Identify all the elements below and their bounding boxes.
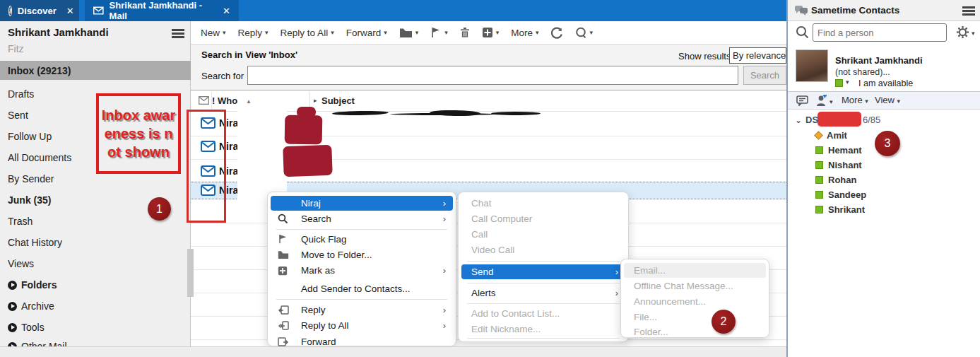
menu-item-move-to-folder[interactable]: Move to Folder...: [271, 247, 453, 262]
contact-row-amit[interactable]: Amit: [815, 130, 847, 141]
group-collapse-icon[interactable]: ⌄: [795, 115, 802, 125]
menu-item-offline-chat-message[interactable]: Offline Chat Message...: [624, 279, 766, 293]
delete-button[interactable]: [460, 27, 470, 38]
submenu-arrow-icon: ›: [443, 265, 446, 276]
menu-item-search[interactable]: Search ›: [271, 211, 453, 226]
menu-item-email[interactable]: Email...: [624, 263, 766, 278]
refresh-icon: [551, 27, 563, 39]
sidebar-item-sent[interactable]: Sent: [8, 110, 28, 121]
available-status-icon: [815, 191, 823, 199]
menu-item-alerts[interactable]: Alerts ›: [461, 286, 625, 300]
contact-row-sandeep[interactable]: Sandeep: [815, 189, 866, 200]
find-person-input[interactable]: [813, 23, 947, 42]
sidebar-item-all-documents[interactable]: All Documents: [8, 152, 71, 163]
profile-status[interactable]: I am available: [858, 78, 913, 88]
chevron-down-icon[interactable]: ▾: [972, 30, 975, 37]
gear-icon[interactable]: [956, 25, 969, 39]
chat-button[interactable]: ▾: [575, 27, 594, 39]
profile-visibility[interactable]: (not shared)...: [835, 67, 890, 77]
mail-toolbar: New▾ Reply▾ Reply to All▾ Forward▾ ▾ ▾ ▾…: [191, 21, 786, 44]
close-icon[interactable]: ✕: [66, 6, 74, 16]
refresh-button[interactable]: [551, 27, 563, 39]
contact-row-nishant[interactable]: Nishant: [815, 160, 862, 170]
contact-row-shrikant[interactable]: Shrikant: [815, 204, 865, 215]
menu-item-video-call[interactable]: Video Call: [461, 242, 625, 257]
available-status-icon: [815, 176, 823, 184]
message-context-menu: Niraj › Search › Quick Flag Move to Fold…: [267, 192, 456, 346]
contact-group-name[interactable]: DS: [805, 115, 818, 125]
sidebar-item-archive[interactable]: Archive: [8, 300, 54, 312]
flag-button[interactable]: ▾: [430, 27, 448, 38]
move-to-folder-button[interactable]: ▾: [399, 28, 419, 38]
view-menu-button[interactable]: View ▾: [875, 95, 900, 105]
submenu-arrow-icon: ›: [443, 198, 446, 209]
chat-bubble-icon[interactable]: [796, 95, 808, 106]
more-button[interactable]: More▾: [511, 28, 538, 38]
sametime-contacts-panel: Sametime Contacts ▾ Shrikant Jamkhandi (…: [786, 0, 980, 357]
menu-item-edit-nickname[interactable]: Edit Nickname...: [461, 322, 625, 336]
new-button[interactable]: New▾: [201, 28, 226, 38]
show-results-dropdown[interactable]: By relevance: [729, 47, 786, 64]
forward-button[interactable]: Forward▾: [346, 28, 387, 38]
mail-list-header: ! Who ▲ ▸ Subject: [191, 90, 786, 112]
chevron-down-icon: ▾: [223, 29, 226, 36]
search-input[interactable]: [247, 66, 738, 85]
menu-item-add-sender-to-contacts[interactable]: Add Sender to Contacts...: [271, 281, 453, 296]
panel-menu-icon[interactable]: [962, 6, 975, 8]
sidebar-item-views[interactable]: Views: [8, 258, 34, 269]
annotation-note-box: Inbox awareness is not shown: [96, 93, 181, 174]
chat-bubbles-icon: [794, 5, 808, 16]
sidebar-item-follow-up[interactable]: Follow Up: [8, 131, 52, 142]
menu-item-add-to-contact-list[interactable]: Add to Contact List...: [461, 306, 625, 321]
chevron-down-icon[interactable]: ▾: [846, 78, 849, 86]
menu-item-niraj[interactable]: Niraj ›: [271, 196, 453, 211]
hamburger-menu-icon[interactable]: [172, 29, 184, 31]
chevron-down-icon: ▾: [265, 29, 268, 36]
contact-row-hemant[interactable]: Hemant: [815, 145, 862, 156]
expand-twisty-icon[interactable]: [8, 302, 17, 311]
search-button[interactable]: Search: [743, 66, 786, 85]
sidebar-scrollbar-thumb[interactable]: [187, 249, 194, 297]
reply-to-all-button[interactable]: Reply to All▾: [281, 28, 334, 38]
contacts-action-bar: ▾ More ▾ View ▾: [788, 91, 980, 110]
redaction-black-mark: [491, 112, 541, 115]
contact-row-rohan[interactable]: Rohan: [815, 175, 856, 185]
column-header-subject[interactable]: Subject: [321, 95, 355, 106]
sidebar-item-tools[interactable]: Tools: [8, 322, 45, 333]
sidebar-item-trash[interactable]: Trash: [8, 216, 33, 227]
sidebar-item-folders[interactable]: Folders: [8, 279, 57, 291]
mail-icon: [93, 6, 104, 15]
close-icon[interactable]: ✕: [223, 6, 230, 16]
menu-item-reply[interactable]: Reply ›: [271, 303, 453, 317]
menu-separator: [467, 303, 620, 304]
tab-discover[interactable]: i Discover ✕: [0, 0, 79, 21]
expand-twisty-icon[interactable]: [8, 323, 17, 332]
menu-item-send[interactable]: Send ›: [461, 264, 625, 279]
sidebar-item-inbox[interactable]: Inbox (29213): [0, 61, 191, 80]
more-menu-button[interactable]: More ▾: [842, 95, 868, 105]
chevron-down-icon[interactable]: ▾: [830, 98, 833, 105]
menu-item-call[interactable]: Call: [461, 227, 625, 242]
menu-item-mark-as[interactable]: Mark as ›: [271, 263, 453, 278]
folder-icon: [399, 28, 413, 38]
column-header-who[interactable]: ! Who: [212, 95, 237, 106]
menu-separator: [467, 261, 620, 262]
expand-twisty-icon[interactable]: [8, 281, 17, 290]
tab-mail[interactable]: Shrikant Jamkhandi - Mail ✕: [85, 0, 239, 21]
add-person-icon[interactable]: [815, 95, 827, 107]
menu-item-quick-flag[interactable]: Quick Flag: [271, 232, 453, 247]
menu-item-folder[interactable]: Folder...: [624, 324, 766, 339]
menu-item-reply-to-all[interactable]: Reply to All ›: [271, 318, 453, 333]
sidebar-item-drafts[interactable]: Drafts: [8, 88, 34, 100]
sidebar-item-by-sender[interactable]: By Sender: [8, 173, 54, 185]
sidebar-item-chat-history[interactable]: Chat History: [8, 237, 62, 248]
menu-item-chat[interactable]: Chat: [461, 196, 625, 211]
menu-item-file[interactable]: File...: [624, 310, 766, 324]
menu-item-call-computer[interactable]: Call Computer: [461, 211, 625, 226]
menu-item-announcement[interactable]: Announcement...: [624, 294, 766, 309]
search-icon: [796, 25, 809, 39]
reply-button[interactable]: Reply▾: [238, 28, 268, 38]
mail-folder-sidebar: Shrikant Jamkhandi Fitz Inbox (29213) Dr…: [0, 21, 191, 346]
sidebar-item-junk[interactable]: Junk (35): [8, 194, 51, 206]
mark-as-button[interactable]: ▾: [482, 27, 500, 38]
